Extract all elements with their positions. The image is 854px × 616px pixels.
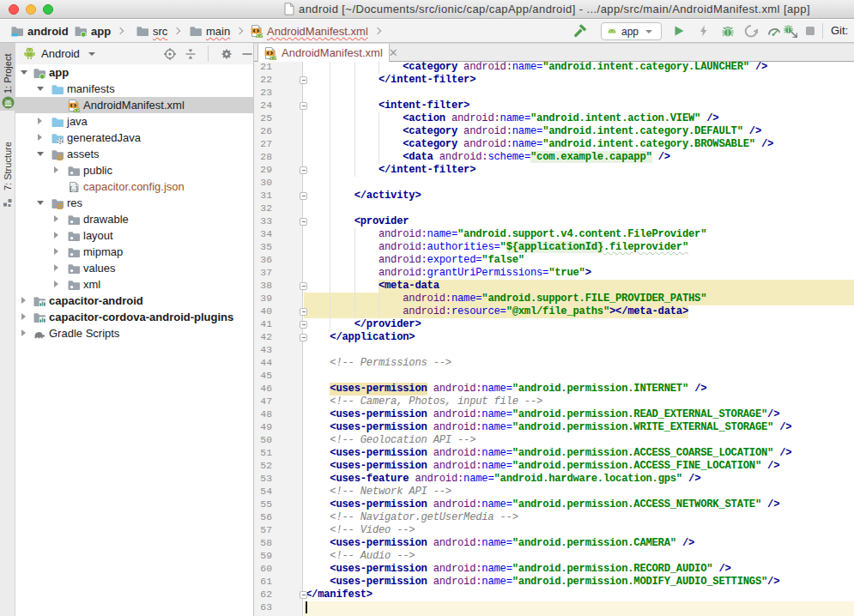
- svg-text:{..}: {..}: [70, 184, 78, 192]
